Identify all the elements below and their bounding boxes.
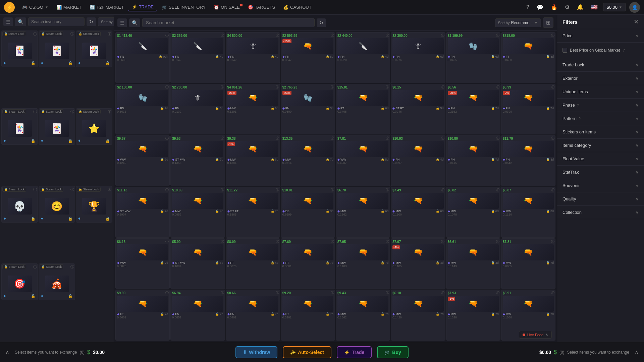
nav-cashout[interactable]: 💰 CASHOUT (280, 3, 315, 11)
market-item[interactable]: $15.81 ⓘ 🔫 ◆ FT 🔒 6d 0.3405 (336, 84, 390, 135)
best-price-checkbox[interactable] (562, 48, 567, 53)
market-item[interactable]: $6.61 ⓘ 🔫 ◆ MW 🔒 4d 0.1149 (446, 238, 500, 289)
item-info-button[interactable]: ⓘ (386, 85, 389, 89)
filter-category-header[interactable]: Items category ∨ (557, 139, 644, 152)
item-info-button[interactable]: ⓘ (441, 85, 444, 89)
market-item[interactable]: $6.94 ⓘ 🔫 ◆ FN 🔒 7d 0.0852 (170, 290, 225, 341)
market-item[interactable]: $7.81 ⓘ 🔫 ◆ WW 🔒 5d 0.4287 (336, 135, 390, 186)
refresh-inventory-button[interactable]: ↻ (87, 17, 96, 26)
filter-souvenir-header[interactable]: Souvenir ∨ (557, 179, 644, 192)
pattern-help-icon[interactable]: ? (579, 117, 581, 121)
nav-targets[interactable]: 🎯 TARGETS (245, 3, 278, 11)
item-info-button[interactable]: ⓘ (551, 33, 554, 38)
market-item[interactable]: $2 100.00 ⓘ 🧤 ◆ FN 🔒 7d 0.3611 (115, 84, 170, 135)
market-item[interactable]: $7.49 ⓘ 🔫 ◆ MW 🔒 6d 0.1500 (391, 187, 445, 238)
item-info-button[interactable]: ⓘ (331, 291, 334, 295)
market-item[interactable]: $7.81 ⓘ 🔫 ◆ MW 🔒 7d 0.0985 (501, 238, 555, 289)
item-info-button[interactable]: ⓘ (441, 239, 444, 244)
market-item[interactable]: $7.93 ⓘ -1% 🔫 ◆ MW 🔒 7d 0.1320 (446, 290, 500, 341)
item-info-button[interactable]: ⓘ (221, 33, 224, 38)
inventory-item[interactable]: 🔒 Steam Lock ⓘ 🃏 ♦ 🔒 (1, 31, 38, 67)
notifications-button[interactable]: 🔔 (575, 3, 586, 12)
fire-button[interactable]: 🔥 (549, 3, 559, 12)
item-info-button[interactable]: ⓘ (276, 33, 279, 38)
item-info-button[interactable]: ⓘ (70, 109, 74, 114)
item-info-button[interactable]: ⓘ (165, 85, 169, 89)
market-item[interactable]: $6.87 ⓘ 🔫 ◆ MW 🔒 3d 0.1110 (501, 187, 555, 238)
market-sort-dropdown[interactable]: Sort by Recomme... ▼ (495, 18, 541, 27)
item-info-button[interactable]: ⓘ (386, 136, 389, 141)
market-item[interactable]: $2 300.00 ⓘ 🗡 ◆ FN 🔒 6d 0.0276 (391, 32, 445, 83)
withdraw-button[interactable]: ⬇ Withdraw (235, 346, 277, 358)
item-info-button[interactable]: ⓘ (165, 188, 169, 192)
best-price-help-icon[interactable]: ? (623, 48, 625, 52)
item-info-button[interactable]: ⓘ (551, 239, 554, 244)
market-item[interactable]: $11.13 ⓘ 🔫 ◆ ST WW 🔒 7d 0.3907 (115, 187, 170, 238)
item-info-button[interactable]: ⓘ (496, 33, 499, 38)
bottom-expand-left[interactable]: ∧ (5, 349, 9, 355)
market-item[interactable]: $8.99 ⓘ -2% 🔫 ◆ FN 🔒 7d 0.0390 (501, 84, 555, 135)
item-info-button[interactable]: ⓘ (496, 188, 499, 192)
market-item[interactable]: $8.09 ⓘ 🔫 ◆ FT 🔒 4d 0.3076 (226, 238, 280, 289)
market-item[interactable]: $10.01 ⓘ 🔫 ◆ BS 🔒 3d 0.6699 (281, 187, 335, 238)
item-info-button[interactable]: ⓘ (221, 239, 224, 244)
item-info-button[interactable]: ⓘ (386, 239, 389, 244)
chat-button[interactable]: 💬 (535, 3, 545, 12)
market-item[interactable]: $8.56 ⓘ -20% 🔫 ◆ FN 🔒 7d 0.2162 (446, 84, 500, 135)
item-info-button[interactable]: ⓘ (551, 136, 554, 141)
view-toggle-button[interactable]: ⊞ (543, 17, 553, 28)
market-item[interactable]: $11.22 ⓘ 🔫 ◆ ST FT 🔒 7d 0.1865 (226, 187, 280, 238)
inventory-item[interactable]: 🔒 Steam Lock ⓘ 🃏 ♦ 🔒 (1, 108, 38, 145)
item-info-button[interactable]: ⓘ (441, 136, 444, 141)
item-info-button[interactable]: ⓘ (165, 239, 169, 244)
nav-f2f[interactable]: 🔄 F2F MARKET (86, 3, 127, 11)
market-item[interactable]: $1 413.40 ⓘ 🔪 ◆ FN 🔒 09h 0.0635 (115, 32, 170, 83)
market-item[interactable]: $1 199.99 ⓘ 🧤 ◆ FN 🔒 6d 0.0465 (446, 32, 500, 83)
nav-market[interactable]: 📊 MARKET (53, 3, 85, 11)
item-info-button[interactable]: ⓘ (33, 32, 37, 37)
item-info-button[interactable]: ⓘ (276, 188, 279, 192)
settings-button[interactable]: ⚙ (563, 3, 572, 12)
help-button[interactable]: ? (524, 3, 531, 12)
item-info-button[interactable]: ⓘ (551, 188, 554, 192)
nav-trade[interactable]: ⚡ TRADE (128, 3, 157, 11)
market-item[interactable]: $6.10 ⓘ 🔫 ◆ MW 🔒 7d 0.1420 (391, 290, 445, 341)
item-info-button[interactable]: ⓘ (276, 291, 279, 295)
market-item[interactable]: $9.90 ⓘ 🔫 ◆ FT 🔒 7d 0.3601 (115, 290, 170, 341)
market-item[interactable]: $2 765.23 ⓘ -23% 🧤 ◆ FN 🔒 3d 0.0300 (281, 84, 335, 135)
market-item[interactable]: $2 369.00 ⓘ 🔪 ◆ FN 🔒 4d 0.0142 (170, 32, 225, 83)
filter-collection-header[interactable]: Collection ∨ (557, 206, 644, 219)
item-info-button[interactable]: ⓘ (331, 33, 334, 38)
market-item[interactable]: $2 700.00 ⓘ 🗡 ◆ FN 🔒 6d 0.0132 (170, 84, 225, 135)
filter-phase-header[interactable]: Phase ? ∨ (557, 99, 644, 112)
nav-csgo[interactable]: 🎮 CS:GO ▼ (19, 3, 52, 11)
nav-sell[interactable]: 🛒 SELL INVENTORY (158, 3, 209, 11)
inventory-item[interactable]: 🔒 Steam Lock ⓘ 🎪 ♦ 🔒 (39, 263, 75, 300)
item-info-button[interactable]: ⓘ (441, 291, 444, 295)
item-info-button[interactable]: ⓘ (386, 33, 389, 38)
market-item[interactable]: $11.79 ⓘ 🔫 ◆ FN 🔒 3d 0.0542 (501, 135, 555, 186)
market-item[interactable]: $10.93 ⓘ 🔫 ◆ FN 🔒 4d 0.0697 (391, 135, 445, 186)
item-info-button[interactable]: ⓘ (331, 188, 334, 192)
inventory-item[interactable]: 🔒 Steam Lock ⓘ 🏆 ♦ 🔒 (76, 186, 112, 223)
item-info-button[interactable]: ⓘ (331, 239, 334, 244)
inventory-item[interactable]: 🔒 Steam Lock ⓘ ⭐ ♦ 🔒 (76, 108, 112, 145)
inventory-item[interactable]: 🔒 Steam Lock ⓘ 🎯 ♦ 🔒 (1, 263, 38, 300)
market-item[interactable]: $4 061.26 ⓘ -21% 🔫 ◆ MW 🔒 6d 0.1291 (226, 84, 280, 135)
item-info-button[interactable]: ⓘ (386, 291, 389, 295)
search-icon-left[interactable]: 🔍 (15, 17, 26, 26)
market-filter-button[interactable]: ☰ (117, 18, 127, 27)
live-feed-button[interactable]: Live Feed ∧ (519, 331, 552, 339)
item-info-button[interactable]: ⓘ (108, 109, 111, 114)
market-item[interactable]: $9.53 ⓘ 🔫 ◆ ST MW 🔒 7d 0.1355 (170, 135, 225, 186)
market-item[interactable]: $6.70 ⓘ 🔫 ◆ MW 🔒 6d 0.1362 (336, 187, 390, 238)
filter-float-header[interactable]: Float Value ∨ (557, 152, 644, 165)
nav-onsale[interactable]: ⏰ ON SALE (210, 3, 243, 11)
item-info-button[interactable]: ⓘ (276, 239, 279, 244)
market-item[interactable]: $10.80 ⓘ 🔫 ◆ FN 🔒 7d 0.0415 (446, 135, 500, 186)
balance-button[interactable]: $0.00 ▼ (603, 3, 626, 11)
filter-bestprice-header[interactable]: Best Price on Global Market ? (557, 43, 644, 58)
filter-exterior-header[interactable]: Exterior ∨ (557, 72, 644, 85)
item-info-button[interactable]: ⓘ (221, 136, 224, 141)
item-info-button[interactable]: ⓘ (331, 136, 334, 141)
